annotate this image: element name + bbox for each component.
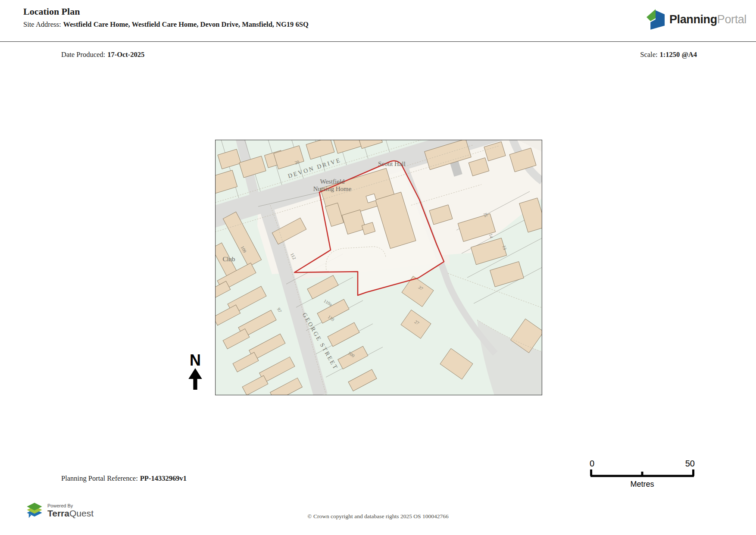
scale-bar: 0 50 Metres [590, 459, 695, 489]
place-label-westfield-2: Nursing Home [313, 185, 352, 192]
north-indicator: N [184, 353, 206, 391]
scale-value: 1:1250 @A4 [660, 50, 697, 59]
location-plan-document: Location Plan Site Address:Westfield Car… [0, 0, 756, 535]
scale-text: Scale:1:1250 @A4 [640, 50, 697, 59]
location-map: DEVON DRIVE GEORGE STREET Westfield Nurs… [215, 140, 542, 395]
site-address-value: Westfield Care Home, Westfield Care Home… [63, 20, 309, 28]
scale-bar-graphic [590, 469, 695, 477]
terraquest-logo-icon [25, 502, 44, 520]
terraquest-light: Quest [69, 508, 94, 518]
brand-light: Portal [717, 13, 747, 26]
date-label: Date Produced: [61, 50, 105, 59]
place-label-westfield-1: Westfield [320, 178, 345, 185]
planning-portal-logo-icon [646, 9, 665, 30]
page-title: Location Plan [23, 6, 80, 17]
scale-bar-units: Metres [590, 480, 695, 489]
planning-reference: Planning Portal Reference:PP-14332969v1 [61, 474, 187, 483]
terraquest-bold: Terra [47, 508, 69, 518]
scale-bar-end: 50 [685, 459, 695, 469]
place-label-club: Club [222, 256, 235, 263]
brand-bold: Planning [669, 13, 717, 26]
site-address-label: Site Address: [23, 20, 61, 28]
reference-value: PP-14332969v1 [140, 474, 187, 482]
date-value: 17-Oct-2025 [107, 50, 144, 59]
planning-portal-logo: PlanningPortal [646, 9, 747, 30]
terraquest-logo: Powered By TerraQuest [25, 502, 94, 520]
north-arrow-icon [187, 368, 204, 390]
planning-portal-wordmark: PlanningPortal [669, 13, 747, 26]
os-copyright: © Crown copyright and database rights 20… [307, 513, 448, 520]
scale-label: Scale: [640, 50, 657, 59]
place-label-scout-hall: Scout Hall [378, 160, 406, 167]
terraquest-wordmark: Powered By TerraQuest [47, 504, 94, 518]
reference-label: Planning Portal Reference: [61, 474, 138, 482]
date-produced: Date Produced:17-Oct-2025 [61, 50, 144, 59]
header-divider [0, 41, 756, 42]
north-label: N [184, 353, 206, 368]
scale-bar-start: 0 [590, 459, 594, 469]
site-address: Site Address:Westfield Care Home, Westfi… [23, 20, 309, 29]
